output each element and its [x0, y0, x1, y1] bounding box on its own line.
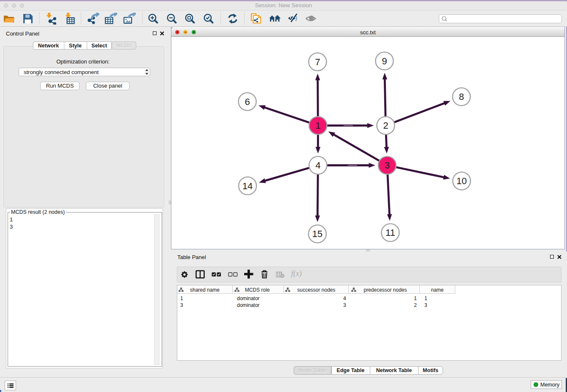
svg-text:3: 3	[384, 160, 389, 171]
svg-text:11: 11	[385, 227, 395, 238]
svg-text:9: 9	[382, 56, 387, 66]
svg-text:15: 15	[312, 229, 322, 239]
svg-text:2: 2	[383, 120, 388, 131]
svg-text:7: 7	[315, 57, 320, 67]
svg-text:14: 14	[242, 181, 252, 191]
svg-text:10: 10	[456, 176, 466, 186]
svg-text:1: 1	[315, 120, 320, 131]
svg-text:8: 8	[459, 91, 464, 102]
svg-text:6: 6	[245, 97, 250, 107]
svg-text:4: 4	[315, 160, 320, 171]
